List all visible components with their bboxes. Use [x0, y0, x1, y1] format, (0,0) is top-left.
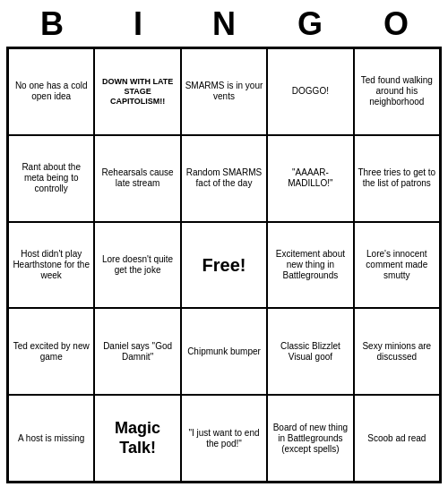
- bingo-cell-7[interactable]: Random SMARMS fact of the day: [181, 135, 267, 222]
- bingo-cell-4[interactable]: Ted found walking around his neighborhoo…: [354, 48, 440, 135]
- bingo-cell-14[interactable]: Lore's innocent comment made smutty: [354, 222, 440, 309]
- bingo-cell-2[interactable]: SMARMS is in your vents: [181, 48, 267, 135]
- bingo-cell-1[interactable]: DOWN WITH LATE STAGE CAPITOLISM!!: [94, 48, 180, 135]
- bingo-cell-5[interactable]: Rant about the meta being to controlly: [8, 135, 94, 222]
- title-letter: I: [116, 5, 159, 43]
- bingo-cell-18[interactable]: Classic Blizzlet Visual goof: [267, 308, 353, 395]
- title-letter: B: [30, 5, 73, 43]
- bingo-cell-12[interactable]: Free!: [181, 222, 267, 309]
- bingo-cell-24[interactable]: Scoob ad read: [354, 395, 440, 482]
- bingo-cell-3[interactable]: DOGGO!: [267, 48, 353, 135]
- bingo-cell-8[interactable]: "AAAAR-MADILLO!": [267, 135, 353, 222]
- title-letter: G: [289, 5, 332, 43]
- bingo-cell-16[interactable]: Daniel says "God Damnit": [94, 308, 180, 395]
- bingo-cell-6[interactable]: Rehearsals cause late stream: [94, 135, 180, 222]
- bingo-cell-22[interactable]: "I just want to end the pod!": [181, 395, 267, 482]
- title-letter: O: [375, 5, 418, 43]
- bingo-grid: No one has a cold open ideaDOWN WITH LAT…: [6, 47, 442, 483]
- bingo-title: BINGO: [9, 5, 439, 43]
- bingo-cell-21[interactable]: Magic Talk!: [94, 395, 180, 482]
- bingo-cell-13[interactable]: Excitement about new thing in Battlegrou…: [267, 222, 353, 309]
- title-letter: N: [202, 5, 246, 43]
- bingo-cell-0[interactable]: No one has a cold open idea: [8, 48, 94, 135]
- bingo-cell-9[interactable]: Three tries to get to the list of patron…: [354, 135, 440, 222]
- bingo-cell-23[interactable]: Board of new thing in Battlegrounds (exc…: [267, 395, 353, 482]
- bingo-cell-19[interactable]: Sexy minions are discussed: [354, 308, 440, 395]
- bingo-cell-10[interactable]: Host didn't play Hearthstone for the wee…: [8, 222, 94, 309]
- bingo-cell-11[interactable]: Lore doesn't quite get the joke: [94, 222, 180, 309]
- bingo-cell-15[interactable]: Ted excited by new game: [8, 308, 94, 395]
- bingo-cell-20[interactable]: A host is missing: [8, 395, 94, 482]
- bingo-cell-17[interactable]: Chipmunk bumper: [181, 308, 267, 395]
